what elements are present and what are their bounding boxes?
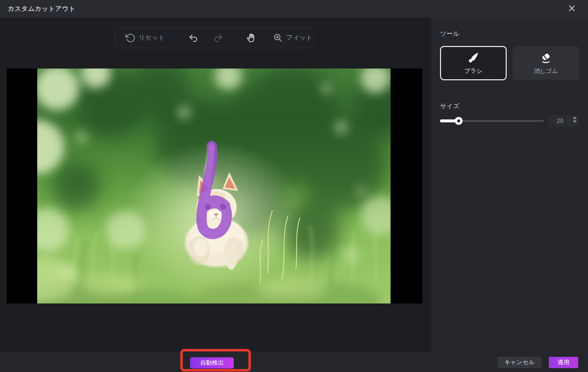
canvas-toolbar: リセット フィット: [114, 27, 314, 48]
custom-cutout-dialog: カスタムカットアウト リセット: [0, 0, 588, 372]
size-slider-handle[interactable]: [455, 117, 463, 125]
dialog-footer: 自動検出 キャンセル 適用: [0, 351, 588, 372]
cancel-button[interactable]: キャンセル: [497, 357, 541, 368]
close-icon: [568, 4, 576, 14]
auto-detect-button[interactable]: 自動検出: [190, 357, 234, 369]
dialog-title: カスタムカットアウト: [8, 4, 75, 13]
reset-icon: [125, 33, 136, 43]
tools-panel: ツール ブラシ 消しゴム サイズ: [431, 18, 588, 372]
redo-icon: [213, 33, 223, 43]
cat-photo: [37, 69, 391, 303]
reset-label: リセット: [139, 33, 165, 42]
size-input-wrap: [548, 115, 579, 127]
zoom-fit-button[interactable]: フィット: [272, 31, 313, 45]
brush-icon: [467, 51, 480, 64]
canvas-workspace: リセット フィット: [0, 18, 431, 372]
eraser-icon: [539, 51, 552, 64]
hand-tool-button[interactable]: [245, 31, 257, 45]
undo-button[interactable]: [187, 31, 199, 45]
size-slider-handle-dot: [457, 119, 460, 122]
stepper-down-icon[interactable]: [573, 120, 577, 123]
brush-tool-button[interactable]: ブラシ: [440, 46, 507, 80]
tools-section-label: ツール: [440, 29, 460, 38]
close-button[interactable]: [562, 0, 582, 18]
size-section-label: サイズ: [440, 102, 460, 111]
undo-icon: [188, 33, 198, 43]
dialog-header: カスタムカットアウト: [0, 0, 588, 18]
size-slider-track[interactable]: [440, 120, 544, 122]
brush-label: ブラシ: [465, 67, 483, 75]
stepper-up-icon[interactable]: [573, 116, 577, 119]
apply-button[interactable]: 適用: [549, 357, 578, 368]
redo-button[interactable]: [212, 31, 224, 45]
eraser-label: 消しゴム: [534, 67, 558, 75]
fit-label: フィット: [286, 33, 312, 42]
eraser-tool-button[interactable]: 消しゴム: [513, 46, 579, 80]
zoom-fit-icon: [273, 33, 283, 43]
edit-canvas[interactable]: [7, 69, 422, 303]
hand-icon: [246, 33, 256, 43]
reset-button[interactable]: リセット: [124, 31, 166, 45]
